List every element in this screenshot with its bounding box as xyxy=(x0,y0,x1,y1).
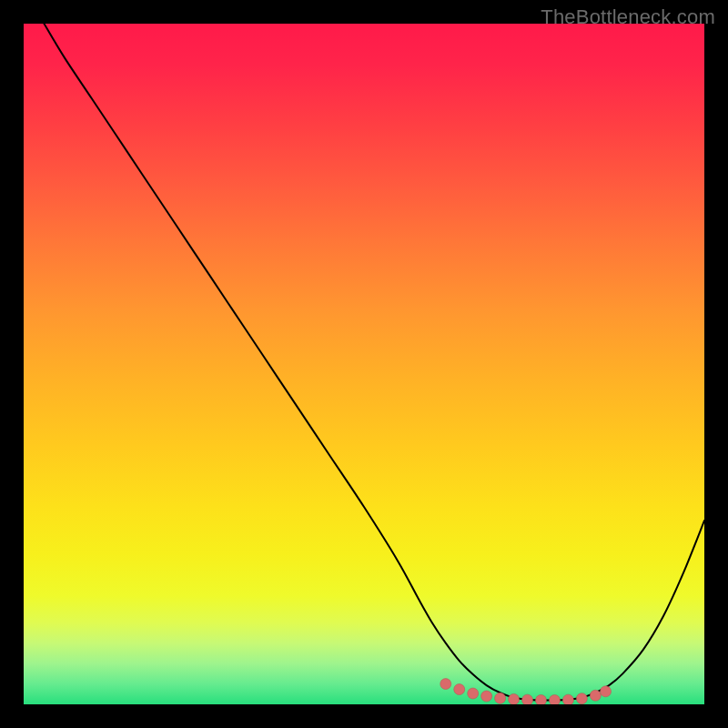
optimal-marker xyxy=(562,694,573,704)
optimal-marker xyxy=(509,693,520,704)
optimal-marker xyxy=(549,695,560,704)
optimal-marker xyxy=(576,693,587,704)
chart-figure: TheBottleneck.com xyxy=(0,0,728,728)
optimal-marker xyxy=(481,691,492,702)
optimal-marker xyxy=(590,690,601,701)
optimal-marker xyxy=(522,694,533,704)
plot-area xyxy=(24,24,704,704)
marker-layer xyxy=(24,24,704,704)
optimal-marker xyxy=(440,679,451,690)
optimal-marker xyxy=(468,688,479,699)
optimal-marker xyxy=(454,684,465,695)
optimal-marker xyxy=(535,695,546,704)
watermark-text: TheBottleneck.com xyxy=(541,5,715,29)
optimal-marker xyxy=(601,686,612,697)
optimal-marker xyxy=(495,693,506,703)
